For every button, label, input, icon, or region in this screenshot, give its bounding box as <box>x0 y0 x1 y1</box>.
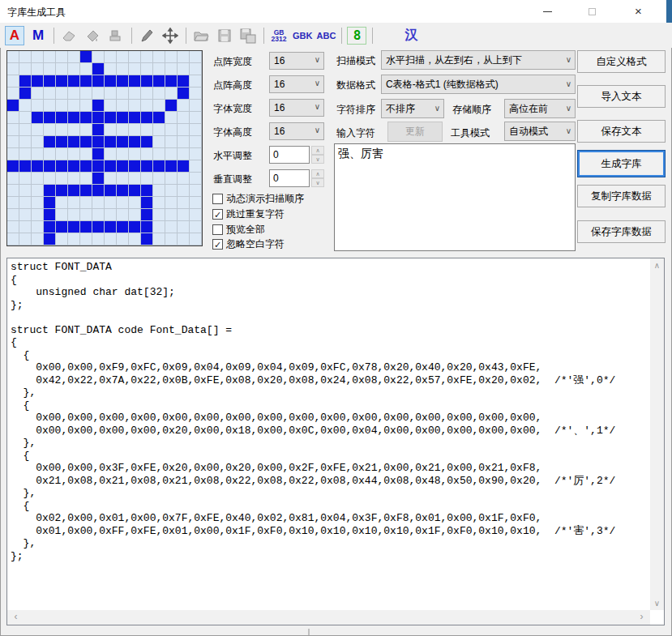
grid-cell[interactable] <box>117 197 129 209</box>
grid-cell[interactable] <box>19 63 32 75</box>
grid-cell[interactable] <box>92 100 105 112</box>
grid-cell[interactable] <box>117 185 129 197</box>
grid-cell[interactable] <box>92 185 105 197</box>
grid-cell[interactable] <box>190 124 202 136</box>
grid-cell[interactable] <box>7 185 19 197</box>
data-format-combo[interactable]: C表格-格式1 (纯数据格式)∨ <box>381 75 576 94</box>
grid-cell[interactable] <box>19 100 32 112</box>
grid-cell[interactable] <box>178 209 190 221</box>
hanzi-mode-button[interactable]: 汉 <box>401 26 421 45</box>
grid-cell[interactable] <box>165 160 178 173</box>
grid-cell[interactable] <box>129 112 141 124</box>
grid-cell[interactable] <box>141 221 153 233</box>
grid-cell[interactable] <box>32 51 44 63</box>
generate-font-button[interactable]: 生成字库 <box>577 150 666 177</box>
storage-order-combo[interactable]: 高位在前∨ <box>504 99 576 118</box>
grid-cell[interactable] <box>141 148 153 160</box>
grid-cell[interactable] <box>153 124 165 136</box>
grid-cell[interactable] <box>105 233 117 245</box>
horizontal-adjust-stepper[interactable]: 0 ∧∨ <box>269 146 324 164</box>
grid-cell[interactable] <box>141 112 153 124</box>
grid-cell[interactable] <box>80 88 92 100</box>
grid-cell[interactable] <box>32 209 44 221</box>
spin-down-icon[interactable]: ∨ <box>311 155 324 164</box>
grid-cell[interactable] <box>190 51 202 63</box>
grid-cell[interactable] <box>117 148 129 160</box>
save-font-data-button[interactable]: 保存字库数据 <box>577 220 666 243</box>
grid-cell[interactable] <box>92 136 105 148</box>
grid-cell[interactable] <box>117 75 129 88</box>
resize-grip[interactable] <box>308 629 310 635</box>
spin-down-icon[interactable]: ∨ <box>311 178 324 187</box>
grid-cell[interactable] <box>68 112 80 124</box>
update-button[interactable]: 更新 <box>387 122 443 142</box>
grid-cell[interactable] <box>68 173 80 185</box>
grid-cell[interactable] <box>178 88 190 100</box>
grid-cell[interactable] <box>129 75 141 88</box>
grid-cell[interactable] <box>7 221 19 233</box>
grid-cell[interactable] <box>165 112 178 124</box>
grid-cell[interactable] <box>178 75 190 88</box>
grid-cell[interactable] <box>44 63 56 75</box>
scroll-right-icon[interactable]: › <box>635 610 648 625</box>
grid-cell[interactable] <box>19 197 32 209</box>
grid-cell[interactable] <box>19 51 32 63</box>
grid-cell[interactable] <box>129 88 141 100</box>
checkbox-ignore-blank-chars[interactable]: ✓ 忽略空白字符 <box>212 237 285 250</box>
grid-cell[interactable] <box>56 221 68 233</box>
grid-cell[interactable] <box>32 63 44 75</box>
grid-cell[interactable] <box>190 173 202 185</box>
grid-cell[interactable] <box>153 100 165 112</box>
grid-cell[interactable] <box>141 173 153 185</box>
grid-cell[interactable] <box>92 148 105 160</box>
grid-cell[interactable] <box>190 100 202 112</box>
grid-cell[interactable] <box>129 221 141 233</box>
pencil-icon[interactable] <box>137 26 156 45</box>
grid-cell[interactable] <box>153 173 165 185</box>
grid-cell[interactable] <box>80 124 92 136</box>
grid-cell[interactable] <box>7 63 19 75</box>
vertical-scrollbar[interactable]: ∧ ∨ <box>650 258 664 610</box>
grid-cell[interactable] <box>117 160 129 173</box>
grid-cell[interactable] <box>117 63 129 75</box>
grid-cell[interactable] <box>129 233 141 245</box>
close-button[interactable]: × <box>620 0 657 23</box>
grid-cell[interactable] <box>129 63 141 75</box>
grid-cell[interactable] <box>56 88 68 100</box>
ascii-mode-button[interactable]: A <box>5 26 24 45</box>
grid-cell[interactable] <box>92 88 105 100</box>
grid-cell[interactable] <box>105 75 117 88</box>
grid-cell[interactable] <box>190 197 202 209</box>
grid-cell[interactable] <box>56 185 68 197</box>
grid-cell[interactable] <box>165 75 178 88</box>
grid-cell[interactable] <box>19 148 32 160</box>
grid-cell[interactable] <box>129 173 141 185</box>
grid-cell[interactable] <box>129 136 141 148</box>
grid-cell[interactable] <box>165 233 178 245</box>
grid-cell[interactable] <box>92 197 105 209</box>
grid-cell[interactable] <box>56 100 68 112</box>
grid-cell[interactable] <box>19 209 32 221</box>
grid-cell[interactable] <box>117 173 129 185</box>
grid-cell[interactable] <box>80 197 92 209</box>
grid-cell[interactable] <box>56 124 68 136</box>
grid-cell[interactable] <box>129 124 141 136</box>
grid-cell[interactable] <box>105 148 117 160</box>
pixel-grid-editor[interactable] <box>6 50 203 246</box>
grid-cell[interactable] <box>80 75 92 88</box>
copy-font-data-button[interactable]: 复制字库数据 <box>577 185 666 207</box>
grid-cell[interactable] <box>68 136 80 148</box>
save-as-icon[interactable] <box>238 26 258 45</box>
grid-cell[interactable] <box>117 209 129 221</box>
grid-cell[interactable] <box>141 51 153 63</box>
grid-cell[interactable] <box>129 148 141 160</box>
scroll-up-icon[interactable]: ∧ <box>650 258 664 272</box>
input-characters-textarea[interactable]: 强、厉害 <box>334 143 576 251</box>
grid-cell[interactable] <box>56 136 68 148</box>
grid-cell[interactable] <box>56 112 68 124</box>
grid-cell[interactable] <box>153 160 165 173</box>
custom-format-button[interactable]: 自定义格式 <box>577 50 666 73</box>
font-height-combo[interactable]: 16∨ <box>269 122 324 140</box>
grid-cell[interactable] <box>165 221 178 233</box>
grid-cell[interactable] <box>129 100 141 112</box>
